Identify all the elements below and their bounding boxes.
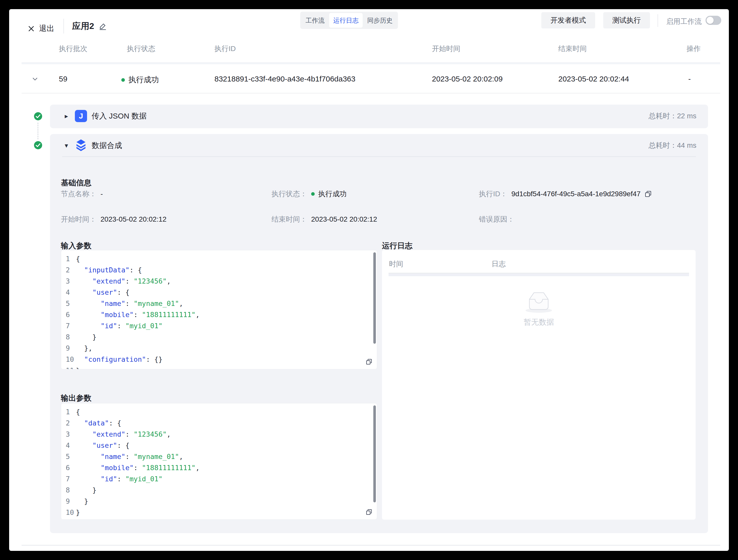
column-header-start-time: 开始时间 bbox=[432, 44, 460, 53]
tab-2[interactable]: 同步历史 bbox=[363, 13, 397, 28]
run-log-header-divider bbox=[389, 273, 689, 273]
column-header-action: 操作 bbox=[687, 44, 701, 53]
field-exec-status: 执行状态： 执行成功 bbox=[272, 189, 347, 199]
copy-icon[interactable] bbox=[645, 190, 652, 198]
close-icon bbox=[27, 25, 35, 32]
column-header-end-time: 结束时间 bbox=[558, 44, 587, 53]
view-tabs: 工作流运行日志同步历史 bbox=[300, 12, 398, 29]
empty-state: 暂无数据 bbox=[382, 291, 696, 327]
code-line: 7 "id": "myid_01" bbox=[66, 474, 377, 485]
tab-0[interactable]: 工作流 bbox=[302, 13, 329, 28]
empty-state-text: 暂无数据 bbox=[523, 317, 554, 327]
caret-down-icon: ▾ bbox=[65, 142, 75, 150]
step-success-check-icon bbox=[34, 112, 42, 120]
scrollbar-thumb[interactable] bbox=[373, 252, 376, 344]
layers-node-icon bbox=[75, 139, 87, 152]
column-header-batch: 执行批次 bbox=[59, 44, 87, 53]
row-status: 执行成功 bbox=[121, 75, 159, 85]
row-batch: 59 bbox=[59, 75, 67, 83]
field-end-time: 结束时间： 2023-05-02 20:02:12 bbox=[272, 214, 377, 225]
code-line: 5 "name": "myname_01", bbox=[66, 298, 377, 309]
run-log-column-log: 日志 bbox=[491, 259, 506, 269]
code-line: 11} bbox=[66, 365, 377, 369]
code-line: 3 "extend": "123456", bbox=[66, 276, 377, 287]
output-params-title: 输出参数 bbox=[61, 393, 91, 403]
topbar-divider-2 bbox=[658, 14, 658, 27]
code-line: 2 "data": { bbox=[66, 417, 377, 429]
step-duration: 总耗时：44 ms bbox=[649, 141, 696, 150]
code-line: 6 "mobile": "18811111111", bbox=[66, 309, 377, 320]
step-success-check-icon bbox=[34, 141, 42, 150]
run-log-column-time: 时间 bbox=[389, 259, 403, 269]
input-params-title: 输入参数 bbox=[61, 241, 91, 251]
step-header-data-merge[interactable]: ▾ 数据合成 总耗时：44 ms bbox=[50, 134, 708, 157]
step-card-json-input: ▸ J 传入 JSON 数据 总耗时：22 ms bbox=[50, 104, 708, 128]
run-log-panel: 时间 日志 暂无数据 bbox=[382, 250, 696, 520]
code-line: 8 } bbox=[66, 485, 377, 496]
toggle-knob bbox=[707, 17, 714, 24]
json-node-icon: J bbox=[75, 110, 87, 122]
row-exec-id: 83218891-c33f-4e90-a43e-4b1f706da363 bbox=[215, 75, 355, 83]
code-line: 7 "id": "myid_01" bbox=[66, 320, 377, 331]
row-status-text: 执行成功 bbox=[128, 75, 159, 85]
exit-button[interactable]: 退出 bbox=[27, 23, 54, 34]
empty-inbox-icon bbox=[525, 291, 553, 313]
code-line: 3 "extend": "123456", bbox=[66, 429, 377, 440]
field-start-time: 开始时间： 2023-05-02 20:02:12 bbox=[61, 214, 166, 225]
caret-right-icon: ▸ bbox=[65, 112, 75, 120]
row-start-time: 2023-05-02 20:02:09 bbox=[432, 75, 503, 83]
edit-title-icon[interactable] bbox=[99, 22, 106, 30]
code-line: 4 "user": { bbox=[66, 440, 377, 451]
step-header-json-input[interactable]: ▸ J 传入 JSON 数据 总耗时：22 ms bbox=[50, 104, 708, 127]
code-line: 4 "user": { bbox=[66, 287, 377, 298]
row-expand-chevron-icon[interactable] bbox=[32, 76, 38, 82]
input-params-code-block[interactable]: 1{2 "inputData": {3 "extend": "123456",4… bbox=[61, 250, 377, 369]
basic-info-fields: 节点名称： - 执行状态： 执行成功 执行ID： 9d1cbf54-476f-4… bbox=[61, 189, 695, 229]
code-line: 1{ bbox=[66, 253, 377, 265]
scrollbar-thumb[interactable] bbox=[373, 405, 376, 502]
basic-info-title: 基础信息 bbox=[61, 178, 91, 188]
test-run-button[interactable]: 测试执行 bbox=[603, 12, 650, 28]
field-error-reason: 错误原因： bbox=[479, 214, 518, 225]
output-params-code-block[interactable]: 1{2 "data": {3 "extend": "123456",4 "use… bbox=[61, 403, 377, 520]
row-end-time: 2023-05-02 20:02:44 bbox=[558, 75, 629, 83]
code-line: 10 "configuration": {} bbox=[66, 354, 377, 365]
exit-label: 退出 bbox=[39, 23, 54, 34]
tab-1[interactable]: 运行日志 bbox=[329, 13, 363, 28]
topbar-divider bbox=[63, 19, 64, 33]
run-log-title: 运行日志 bbox=[382, 241, 412, 251]
code-line: 1{ bbox=[66, 406, 377, 417]
step-title: 数据合成 bbox=[92, 141, 122, 151]
code-line: 6 "mobile": "18811111111", bbox=[66, 462, 377, 474]
step-title: 传入 JSON 数据 bbox=[92, 111, 147, 121]
copy-icon[interactable] bbox=[366, 358, 372, 365]
column-header-status: 执行状态 bbox=[127, 44, 155, 53]
field-node-name: 节点名称： - bbox=[61, 189, 103, 199]
timeline-connector bbox=[38, 122, 38, 139]
status-dot-icon bbox=[121, 78, 125, 82]
table-header-strip bbox=[22, 62, 720, 64]
row-action: - bbox=[688, 75, 691, 83]
code-line: 9 } bbox=[66, 496, 377, 507]
copy-icon[interactable] bbox=[366, 509, 372, 515]
column-header-exec-id: 执行ID bbox=[215, 44, 236, 53]
status-dot-icon bbox=[311, 192, 315, 196]
step-header-divider bbox=[62, 157, 696, 157]
code-line: 9 }, bbox=[66, 343, 377, 354]
code-line: 8 } bbox=[66, 331, 377, 343]
code-line: 10} bbox=[66, 507, 377, 518]
code-line: 5 "name": "myname_01", bbox=[66, 451, 377, 462]
field-exec-id: 执行ID： 9d1cbf54-476f-49c5-a5a4-1e9d2989ef… bbox=[479, 189, 652, 199]
run-log-header-strip bbox=[389, 274, 689, 276]
app-window: 退出 应用2 工作流运行日志同步历史 开发者模式 测试执行 启用工作流 执行批次… bbox=[9, 9, 729, 551]
step-duration: 总耗时：22 ms bbox=[649, 111, 696, 121]
developer-mode-button[interactable]: 开发者模式 bbox=[541, 12, 595, 28]
code-line: 2 "inputData": { bbox=[66, 265, 377, 276]
row-divider bbox=[22, 93, 720, 93]
enable-workflow-toggle[interactable] bbox=[706, 16, 721, 25]
page-title: 应用2 bbox=[72, 20, 94, 32]
enable-workflow-label: 启用工作流 bbox=[666, 17, 702, 26]
footer-divider bbox=[22, 545, 720, 546]
